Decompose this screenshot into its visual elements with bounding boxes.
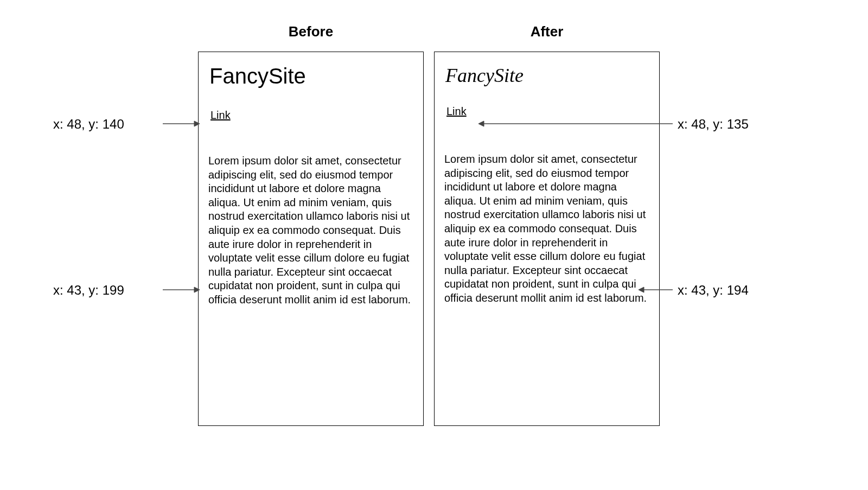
site-title-after: FancySite [445,64,659,87]
arrow-right-link-icon [477,118,673,129]
arrow-right-body-icon [637,284,673,295]
svg-marker-3 [194,287,200,292]
body-text-after: Lorem ipsum dolor sit amet, consectetur … [444,152,649,306]
column-header-after: After [434,23,660,40]
coord-label-after-body: x: 43, y: 194 [678,283,749,298]
column-header-before: Before [198,23,424,40]
panel-link-before[interactable]: Link [210,109,231,122]
svg-marker-7 [639,287,644,292]
svg-marker-5 [478,121,484,126]
body-text-before: Lorem ipsum dolor sit amet, consectetur … [208,154,413,307]
svg-marker-1 [194,121,200,126]
arrow-left-link-icon [163,118,201,129]
panel-after: FancySite Link Lorem ipsum dolor sit ame… [434,52,660,426]
panel-before: FancySite Link Lorem ipsum dolor sit ame… [198,52,424,426]
site-title-before: FancySite [209,64,423,88]
arrow-left-body-icon [163,284,201,295]
coord-label-after-link: x: 48, y: 135 [678,117,749,132]
coord-label-before-body: x: 43, y: 199 [53,283,124,298]
panel-link-after[interactable]: Link [446,105,467,118]
coord-label-before-link: x: 48, y: 140 [53,117,124,132]
